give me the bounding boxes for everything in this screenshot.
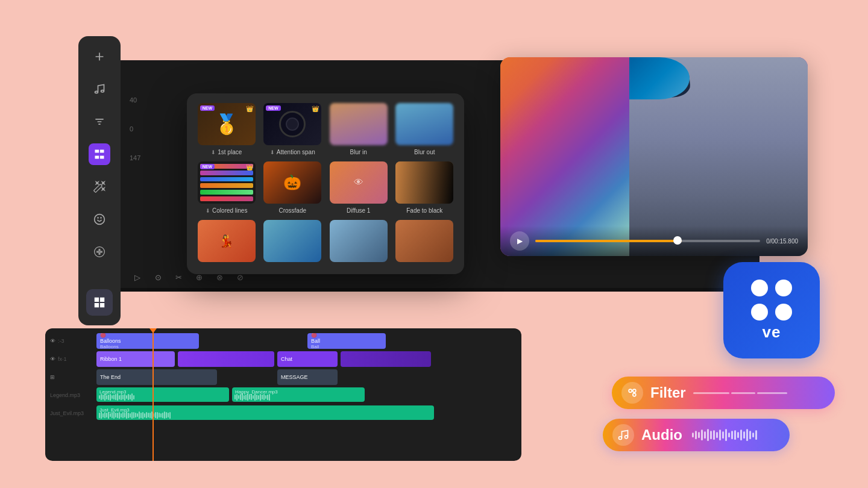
- effect-fade-black[interactable]: Fade to black: [395, 161, 455, 214]
- video-time: 0/00:15.800: [766, 238, 798, 245]
- effect-thumb-row3-4: [395, 220, 453, 262]
- left-toolbar: [78, 36, 121, 325]
- magic-icon[interactable]: [89, 176, 110, 198]
- transition-icon[interactable]: [89, 143, 110, 165]
- audio-label: Audio: [641, 427, 682, 443]
- app-icon[interactable]: ve: [723, 262, 820, 358]
- new-badge-colored: NEW: [200, 164, 215, 169]
- music-icon[interactable]: [89, 78, 110, 100]
- effect-thumb-row3-3: [330, 220, 388, 262]
- crown-badge-colored: 👑: [246, 164, 253, 170]
- clip-the-end[interactable]: The End: [96, 369, 217, 385]
- new-badge: NEW: [200, 105, 215, 111]
- svg-point-5: [633, 389, 636, 392]
- effect-blur-out[interactable]: Blur out: [395, 103, 455, 155]
- video-progress-bar[interactable]: [535, 240, 760, 242]
- track-content-video: Ribbon 1 Chat: [96, 351, 521, 367]
- effect-crossfade[interactable]: 🎃 Crossfade: [263, 161, 323, 214]
- svg-point-0: [95, 214, 105, 225]
- track-row-meta1: 👁 :-3 🔴 Balloons Balloons 🔴 Ball Ball: [45, 332, 521, 350]
- text-icon[interactable]: [89, 111, 110, 133]
- effect-thumb-blurin: [330, 103, 388, 145]
- video-controls: ▶ 0/00:15.800: [500, 226, 808, 256]
- effect-colored-lines[interactable]: NEW 👑 ⬇ Colored lines: [197, 161, 257, 214]
- effect-thumb-fade: [395, 161, 453, 204]
- clip-legend-audio[interactable]: Legend.mp3: [96, 387, 229, 402]
- track-label-1: 👁 :-3: [45, 338, 96, 344]
- cut-tool[interactable]: ✂: [171, 270, 186, 284]
- app-icon-label: ve: [763, 323, 781, 342]
- effect-row3-4[interactable]: [395, 220, 455, 266]
- track-content-audio2: Just_Evil.mp3: [96, 405, 521, 421]
- effect-blur-in[interactable]: Blur in: [329, 103, 389, 155]
- cursor-tool[interactable]: ▷: [130, 270, 145, 284]
- effect-row3-1[interactable]: 💃: [197, 220, 257, 266]
- app-dot-1: [751, 280, 768, 296]
- app-dot-4: [775, 304, 792, 321]
- app-icon-content: ve: [751, 280, 792, 342]
- effects-grid: 🥇 NEW 👑 ⬇ 1st place NEW 👑 ⬇: [197, 103, 454, 266]
- sticker-icon[interactable]: [89, 241, 110, 263]
- clip-balloons[interactable]: 🔴 Balloons Balloons: [96, 333, 199, 349]
- svg-point-3: [629, 389, 632, 392]
- clip-chat[interactable]: Chat: [277, 351, 338, 367]
- clip-message[interactable]: MESSAGE: [277, 369, 338, 385]
- crown-badge: 👑: [246, 105, 253, 112]
- track-label-text: ⊞: [45, 374, 96, 380]
- effect-thumb-attention: NEW 👑: [263, 103, 321, 145]
- clock-tool[interactable]: ⊙: [151, 270, 165, 284]
- effect-row3-3[interactable]: [329, 220, 389, 266]
- progress-thumb[interactable]: [673, 236, 682, 245]
- track-content-1: 🔴 Balloons Balloons 🔴 Ball Ball: [96, 333, 521, 349]
- plus-icon[interactable]: [89, 46, 110, 67]
- sidebar-num-3: 147: [130, 154, 140, 161]
- effects-panel: 🥇 NEW 👑 ⬇ 1st place NEW 👑 ⬇: [187, 93, 464, 274]
- svg-point-4: [633, 393, 636, 396]
- video-hair: [629, 57, 690, 99]
- emoji-icon[interactable]: [89, 208, 110, 230]
- clip-ball[interactable]: 🔴 Ball Ball: [307, 333, 386, 349]
- filter-lines: [693, 392, 787, 394]
- track-row-audio2: Just_Evil.mp3 Just_Evil.mp3: [45, 404, 521, 422]
- svg-point-6: [619, 437, 622, 440]
- timeline-area: 👁 :-3 🔴 Balloons Balloons 🔴 Ball Ball: [45, 328, 521, 461]
- clip-just-evil-audio[interactable]: Just_Evil.mp3: [96, 405, 434, 420]
- effect-1st-place[interactable]: 🥇 NEW 👑 ⬇ 1st place: [197, 103, 257, 155]
- clip-video2[interactable]: [341, 351, 431, 367]
- app-dot-3: [751, 304, 768, 321]
- audio-icon: [612, 424, 634, 446]
- sidebar-num-1: 40: [130, 96, 140, 104]
- clip-video1[interactable]: [178, 351, 274, 367]
- track-label-audio2: Just_Evil.mp3: [45, 410, 96, 416]
- clip-happy-dancer-audio[interactable]: Happy_Dancer.mp3: [232, 387, 365, 402]
- track-row-text: ⊞ The End MESSAGE: [45, 368, 521, 386]
- effect-row3-2[interactable]: [263, 220, 323, 266]
- effect-attention-span[interactable]: NEW 👑 ⬇ Attention span: [263, 103, 323, 155]
- effect-thumb-colored: NEW 👑: [198, 161, 256, 204]
- track-row-video: 👁 fx·1 Ribbon 1 Chat: [45, 350, 521, 368]
- effect-label-blurin: Blur in: [350, 149, 367, 155]
- effect-thumb-diffuse: 👁: [330, 161, 388, 204]
- track-content-text: The End MESSAGE: [96, 369, 521, 385]
- track-label-audio1: Legend.mp3: [45, 392, 96, 398]
- filter-badge[interactable]: Filter: [612, 377, 835, 409]
- svg-point-1: [97, 217, 99, 219]
- progress-fill: [535, 240, 682, 242]
- app-dot-2: [775, 280, 792, 296]
- sidebar-num-2: 0: [130, 125, 140, 133]
- audio-badge[interactable]: Audio: [603, 419, 790, 451]
- clip-ribbon[interactable]: Ribbon 1: [96, 351, 175, 367]
- grid-button[interactable]: [86, 289, 113, 316]
- app-icon-dots: [751, 280, 792, 321]
- track-row-audio1: Legend.mp3 Legend.mp3 Happy_Dancer.mp3: [45, 386, 521, 404]
- effect-thumb-1place: 🥇 NEW 👑: [198, 103, 256, 145]
- play-button[interactable]: ▶: [510, 231, 529, 251]
- new-badge-attention: NEW: [266, 105, 280, 111]
- effect-label-fade: Fade to black: [406, 207, 442, 214]
- svg-point-7: [625, 436, 628, 439]
- audio-waveform: [692, 429, 757, 441]
- effect-label-colored: ⬇ Colored lines: [206, 207, 247, 214]
- effect-label-attention: ⬇ Attention span: [270, 149, 315, 155]
- effect-diffuse[interactable]: 👁 Diffuse 1: [329, 161, 389, 214]
- effect-label-blurout: Blur out: [414, 149, 435, 155]
